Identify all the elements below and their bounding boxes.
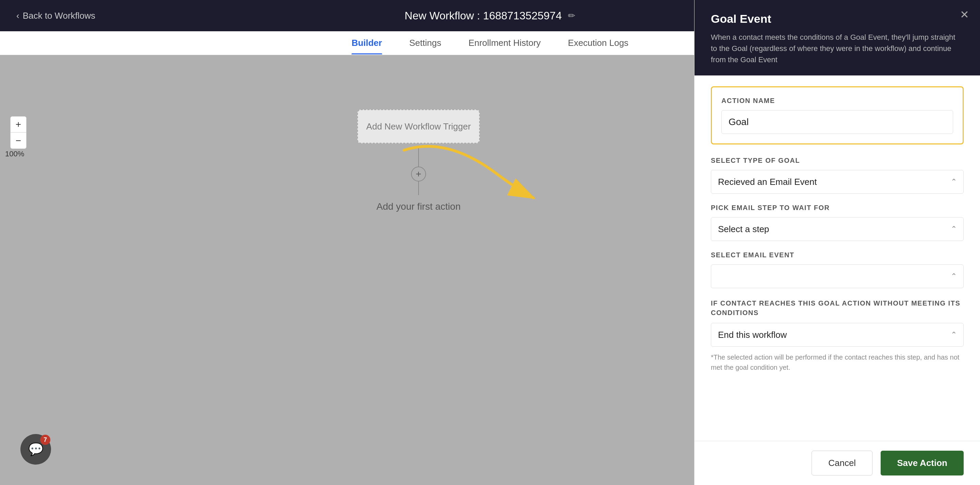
conditional-dropdown[interactable]: End this workflow — [711, 323, 964, 347]
chat-widget[interactable]: 💬 7 — [21, 434, 51, 464]
panel-description: When a contact meets the conditions of a… — [711, 32, 956, 65]
zoom-controls: + − — [10, 116, 27, 149]
cancel-button[interactable]: Cancel — [811, 451, 872, 475]
action-name-label: ACTION NAME — [721, 97, 953, 105]
trigger-box-text: Add New Workflow Trigger — [360, 114, 477, 139]
save-action-button[interactable]: Save Action — [881, 451, 964, 475]
panel-header: Goal Event When a contact meets the cond… — [695, 0, 980, 76]
add-action-button[interactable]: + — [411, 166, 426, 181]
panel-body: ACTION NAME SELECT TYPE OF GOAL Recieved… — [695, 76, 980, 441]
tab-enrollment-history[interactable]: Enrollment History — [469, 32, 541, 54]
conditional-label: IF CONTACT REACHES THIS GOAL ACTION WITH… — [711, 298, 964, 317]
helper-text: *The selected action will be performed i… — [711, 352, 964, 372]
zoom-out-button[interactable]: − — [10, 133, 27, 149]
back-label: Back to Workflows — [23, 11, 95, 21]
select-goal-wrapper: Recieved an Email Event ⌃ — [711, 170, 964, 194]
connector-line-bottom — [418, 181, 419, 195]
add-first-action-label: Add your first action — [376, 201, 460, 212]
zoom-level: 100% — [5, 149, 24, 158]
workflow-connector: + — [411, 146, 426, 195]
select-email-event-wrapper: ⌃ — [711, 265, 964, 288]
page-title: New Workflow : 1688713525974 ✏ — [404, 10, 576, 22]
back-arrow-icon: ‹ — [16, 11, 19, 21]
select-goal-label: SELECT TYPE OF GOAL — [711, 157, 964, 165]
back-button[interactable]: ‹ Back to Workflows — [16, 11, 95, 21]
pick-email-step-wrapper: Select a step ⌃ — [711, 217, 964, 241]
action-name-section: ACTION NAME — [711, 86, 964, 144]
chat-badge: 7 — [40, 435, 50, 445]
edit-icon[interactable]: ✏ — [568, 11, 576, 21]
panel-close-button[interactable]: ✕ — [960, 8, 969, 21]
goal-event-panel: Goal Event When a contact meets the cond… — [694, 0, 980, 485]
panel-title: Goal Event — [711, 12, 964, 25]
action-name-input[interactable] — [721, 110, 953, 134]
panel-footer: Cancel Save Action — [695, 441, 980, 485]
chat-icon: 💬 — [28, 442, 43, 456]
tab-builder[interactable]: Builder — [352, 32, 382, 54]
pick-email-step-section: PICK EMAIL STEP TO WAIT FOR Select a ste… — [711, 204, 964, 241]
zoom-in-button[interactable]: + — [10, 116, 27, 133]
pick-email-step-dropdown[interactable]: Select a step — [711, 217, 964, 241]
connector-line-top — [418, 146, 419, 166]
select-email-event-label: SELECT EMAIL EVENT — [711, 251, 964, 259]
select-email-event-dropdown[interactable] — [711, 265, 964, 288]
conditional-dropdown-wrapper: End this workflow ⌃ — [711, 323, 964, 347]
select-goal-section: SELECT TYPE OF GOAL Recieved an Email Ev… — [711, 157, 964, 194]
pick-email-step-label: PICK EMAIL STEP TO WAIT FOR — [711, 204, 964, 212]
select-email-event-section: SELECT EMAIL EVENT ⌃ — [711, 251, 964, 288]
workflow-trigger-box[interactable]: Add New Workflow Trigger — [357, 109, 480, 143]
conditional-section: IF CONTACT REACHES THIS GOAL ACTION WITH… — [711, 298, 964, 372]
tab-execution-logs[interactable]: Execution Logs — [568, 32, 628, 54]
annotation-arrow — [377, 130, 547, 232]
select-goal-dropdown[interactable]: Recieved an Email Event — [711, 170, 964, 194]
tab-settings[interactable]: Settings — [409, 32, 441, 54]
